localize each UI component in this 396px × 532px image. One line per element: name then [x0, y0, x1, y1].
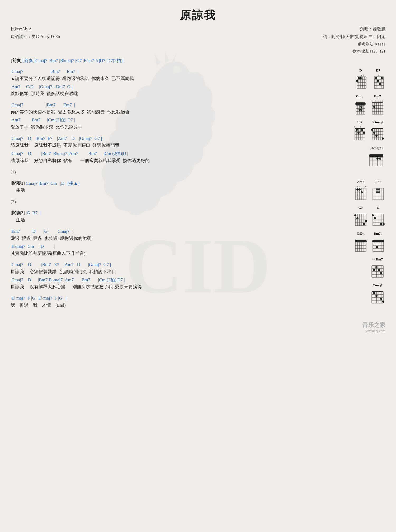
chord-Ebmaj7-name: Ebmaj7 — [369, 146, 381, 150]
svg-text:o: o — [361, 74, 362, 76]
interlude1-chord: [間奏1]|Cmaj7 |Bm7 |Cm |D |(接▲) — [11, 180, 322, 187]
svg-point-172 — [374, 217, 376, 219]
fingering-info: 參考指法:T123_121 — [323, 48, 385, 55]
svg-point-158 — [365, 220, 367, 222]
svg-point-173 — [383, 223, 385, 225]
chord-Em7: Em7 o o o o o — [370, 94, 385, 117]
main-area: |Cmaj7 |Bm7 Em7 | ▲請不要分了以後還記得 親吻過的承諾 你的永… — [11, 68, 385, 313]
svg-point-33 — [379, 83, 381, 85]
svg-text:o: o — [371, 100, 373, 102]
chorus2-section: |Cmaj7 D |Bm7 E7 |Am7 D |Gmaj7 G7 | 原諒我 … — [11, 262, 322, 290]
chorus1-section: |Cmaj7 D |Bm7 E7 |Am7 D |Gmaj7 G7 | 請原諒我… — [11, 135, 322, 164]
svg-point-80 — [361, 129, 363, 131]
chord-E7-name: E7 — [359, 120, 362, 124]
chord-Cm-diagram — [352, 99, 367, 117]
svg-point-31 — [381, 77, 383, 79]
strum-info: 參考刷法:X↑↓↑↓ — [323, 41, 385, 48]
svg-point-81 — [357, 132, 360, 134]
svg-point-30 — [375, 77, 377, 79]
chord-group-9: Cmaj7 — [327, 283, 385, 306]
svg-text:x: x — [355, 185, 356, 188]
footer: 音乐之家 yinyuezj.com — [11, 321, 385, 333]
chord-G: G — [371, 206, 385, 229]
chorus2-lyric1: 原諒我 必須假裝愛錯 別讓時間倒流 我怕說不出口 — [11, 268, 322, 275]
bridge-chord1: |Em7 D |G Cmaj7 | — [11, 228, 322, 235]
chord-Bm7-diagram — [371, 236, 385, 255]
svg-point-16 — [360, 77, 362, 79]
svg-point-127 — [356, 188, 359, 191]
svg-text:o: o — [378, 74, 379, 76]
svg-point-46 — [360, 106, 362, 108]
svg-point-211 — [375, 266, 378, 268]
verse1-lyric1: ▲請不要分了以後還記得 親吻過的承諾 你的永久 已不屬於我 — [11, 75, 322, 82]
svg-point-82 — [363, 132, 365, 134]
suggestion-info: 建議調性：男G-Ab 女D-Eb — [11, 33, 60, 41]
paren1-text: (1) — [11, 169, 322, 175]
svg-point-226 — [373, 292, 375, 294]
bridge-chord2: |E♭maj7 Cm |D | — [11, 243, 322, 250]
svg-text:o: o — [382, 100, 383, 102]
prelude-chord-line: [前奏][前奏]|Cmaj7 |Bm7 |B♭maj7 |G7 |F♯m7-5 … — [11, 58, 385, 64]
chord-Dm7: x o Dm7 — [370, 257, 385, 281]
credits-info: 詞：阿沁/陳天佑/吳易緯 曲：阿沁 — [323, 33, 385, 41]
chord-D7-name: D7 — [376, 68, 380, 73]
verse2-chord1: |Cmaj7 |Bm7 Em7 | — [11, 102, 322, 108]
svg-point-213 — [378, 269, 380, 271]
chord-Gmaj7-name: Gmaj7 — [373, 120, 383, 124]
chorus1-chord1: |Cmaj7 D |Bm7 E7 |Am7 D |Gmaj7 G7 | — [11, 135, 322, 142]
svg-point-128 — [359, 188, 361, 191]
chord-D: D o o — [353, 68, 368, 92]
outro-chord: |E♭maj7 F |G |E♭maj7 F |G | — [11, 295, 322, 301]
chord-Am7-name: Am7 — [357, 180, 364, 184]
svg-point-129 — [361, 191, 363, 193]
svg-text:o: o — [357, 185, 358, 188]
song-title: 原諒我 — [11, 8, 385, 23]
svg-text:o: o — [359, 185, 360, 188]
paren2-section: (2) — [11, 198, 322, 205]
svg-text:o: o — [363, 74, 364, 76]
info-left: 原key:Ab-A 建議調性：男G-Ab 女D-Eb — [11, 25, 60, 55]
svg-text:o: o — [354, 126, 355, 128]
chord-group-2: Cm 3 — [327, 94, 385, 117]
svg-point-65 — [373, 106, 375, 108]
chord-Em7-diagram: o o o o o — [370, 99, 385, 117]
chorus1-lyric1: 請原諒我 原諒我不成熟 不愛你是藉口 好讓你離開我 — [11, 142, 322, 149]
chord-G7-diagram — [353, 210, 368, 229]
chord-Cm-name: Cm — [356, 94, 361, 98]
chorus1-chord2: |Cmaj7 D |Bm7 B♭maj7 |Am7 Bm7 |Cm (2拍)|D… — [11, 150, 322, 157]
chord-CD-name: C/D — [357, 231, 362, 236]
interlude2-chord: [間奏2] |G B7 | — [11, 210, 322, 216]
svg-point-32 — [377, 80, 379, 82]
svg-rect-198 — [372, 240, 384, 242]
svg-rect-186 — [355, 240, 367, 242]
chord-Am7: Am7 x o o o — [353, 180, 368, 203]
svg-point-79 — [356, 129, 358, 131]
chord-G7: G7 — [353, 206, 368, 229]
info-right: 演唱：蕭敬騰 詞：阿沁/陳天佑/吳易緯 曲：阿沁 參考刷法:X↑↓↑↓ 參考指法… — [323, 25, 385, 55]
chord-CD-diagram — [353, 236, 368, 255]
chord-F-name: F — [375, 180, 378, 184]
outro-lyric: 我 難過 我 才懂 (End) — [11, 302, 322, 309]
chorus2-chord2: |Cmaj7 D |Bm7 B♭maj7 |Am7 Bm7 |Cm (2拍)|D… — [11, 277, 322, 283]
verse2-chord2: |Am7 Bm7 |Cm (2拍)| D7 | — [11, 117, 322, 123]
chord-D-diagram: o o — [353, 73, 368, 92]
verse1-chord2: |Am7 C/D |Gmaj7 - Dm7 G | — [11, 84, 322, 90]
chorus1-lyric2: 請原諒我 好想自私將你 佔有 一個寂寞就給我承受 換你過更好的 — [11, 157, 322, 164]
svg-point-96 — [375, 135, 378, 137]
chord-Cmaj7-diagram — [370, 288, 385, 306]
chord-D7: D7 o — [371, 68, 385, 92]
svg-point-228 — [380, 298, 382, 300]
chord-Em7-name: Em7 — [374, 94, 381, 98]
svg-point-199 — [376, 246, 378, 248]
svg-point-174 — [380, 223, 382, 225]
chord-G7-name: G7 — [359, 206, 363, 210]
site-name: 音乐之家 — [11, 321, 385, 329]
chord-Ebmaj7-diagram — [367, 151, 385, 169]
svg-point-159 — [363, 223, 365, 225]
chord-D7-diagram: o — [371, 73, 385, 92]
chord-D-name: D — [359, 68, 362, 73]
svg-point-95 — [373, 132, 375, 134]
verse1-lyric2: 默默低頭 那時我 很多話梗在喉嚨 — [11, 90, 322, 97]
verse2-section: |Cmaj7 |Bm7 Em7 | 你的笑你的快樂不是我 愛太多想太多 我能感受… — [11, 102, 322, 131]
chord-Am7-diagram: x o o o — [353, 184, 368, 203]
